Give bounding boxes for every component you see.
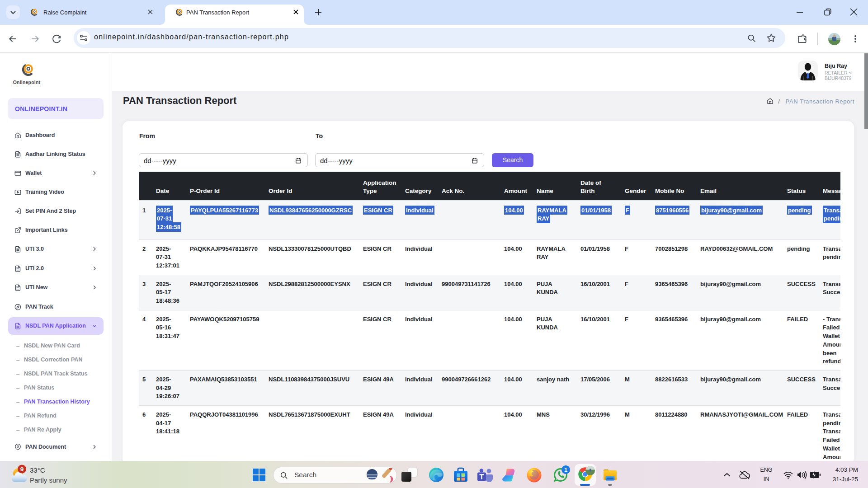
svg-text:9: 9 [20, 466, 24, 473]
